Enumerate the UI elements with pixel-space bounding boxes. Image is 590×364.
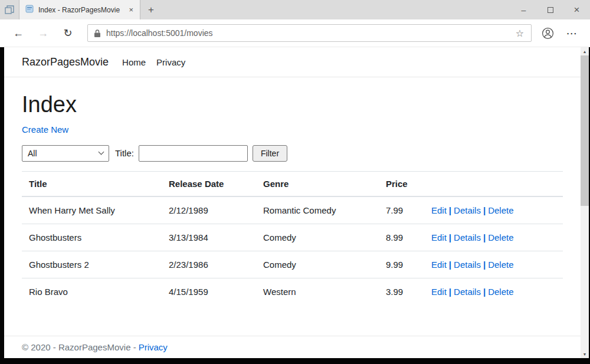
header-actions (424, 171, 563, 196)
edit-link[interactable]: Edit (431, 232, 447, 242)
table-header-row: Title Release Date Genre Price (22, 171, 563, 196)
refresh-icon[interactable]: ↻ (59, 27, 77, 40)
details-link[interactable]: Details (454, 287, 481, 297)
browser-window: Index - RazorPagesMovie × + – × ← → ↻ ht… (0, 0, 590, 364)
scroll-down-icon[interactable]: ▼ (581, 350, 589, 358)
site-navbar: RazorPagesMovie Home Privacy (4, 47, 581, 77)
main-content: Index Create New All Title: Filter Title (4, 77, 581, 336)
tabbar-spacer (162, 0, 510, 19)
browser-address-bar: ← → ↻ https://localhost:5001/movies ☆ ⋯ (0, 19, 590, 47)
filter-row: All Title: Filter (22, 145, 563, 162)
details-link[interactable]: Details (454, 205, 481, 215)
page-title: Index (22, 93, 563, 117)
details-link[interactable]: Details (454, 232, 481, 242)
movie-date-cell: 2/23/1986 (162, 251, 256, 278)
movie-genre-cell: Comedy (256, 251, 379, 278)
more-menu-icon[interactable]: ⋯ (564, 27, 581, 40)
favorite-star-icon[interactable]: ☆ (514, 28, 525, 39)
genre-filter-select[interactable]: All (22, 145, 109, 162)
table-row: When Harry Met Sally 2/12/1989 Romantic … (22, 196, 563, 224)
movie-price-cell: 7.99 (379, 196, 424, 224)
action-separator: | (483, 232, 486, 242)
title-filter-label: Title: (115, 148, 134, 158)
movie-title-cell: When Harry Met Sally (22, 196, 162, 224)
create-new-link[interactable]: Create New (22, 124, 68, 135)
web-page: RazorPagesMovie Home Privacy Index Creat… (4, 47, 581, 358)
back-icon[interactable]: ← (9, 27, 27, 40)
movie-actions-cell: Edit|Details|Delete (424, 196, 563, 224)
movie-title-cell: Ghostbusters 2 (22, 251, 162, 278)
genre-selected-value: All (28, 149, 37, 158)
site-footer: © 2020 - RazorPagesMovie -Privacy (4, 336, 581, 358)
profile-icon[interactable] (541, 27, 555, 40)
action-separator: | (449, 205, 451, 215)
tab-favicon-icon (25, 5, 34, 15)
movie-actions-cell: Edit|Details|Delete (424, 224, 563, 251)
header-title: Title (22, 171, 162, 196)
brand-link[interactable]: RazorPagesMovie (22, 56, 109, 68)
set-aside-tabs-icon[interactable] (0, 0, 19, 19)
delete-link[interactable]: Delete (488, 287, 513, 297)
delete-link[interactable]: Delete (488, 232, 513, 242)
movie-price-cell: 3.99 (379, 278, 424, 305)
movie-genre-cell: Comedy (256, 224, 379, 251)
copyright-text: © 2020 - RazorPagesMovie - (22, 342, 136, 352)
movie-actions-cell: Edit|Details|Delete (424, 278, 563, 305)
action-separator: | (483, 260, 486, 270)
url-bar[interactable]: https://localhost:5001/movies ☆ (87, 24, 532, 42)
browser-tab[interactable]: Index - RazorPagesMovie × (19, 0, 140, 19)
delete-link[interactable]: Delete (488, 205, 513, 215)
table-row: Rio Bravo 4/15/1959 Western 3.99 Edit|De… (22, 278, 563, 305)
tab-title: Index - RazorPagesMovie (38, 6, 121, 14)
tab-close-icon[interactable]: × (126, 5, 136, 15)
nav-link-privacy[interactable]: Privacy (151, 57, 191, 67)
vertical-scrollbar[interactable]: ▲ ▼ (581, 47, 589, 358)
movie-genre-cell: Western (256, 278, 379, 305)
movie-price-cell: 8.99 (379, 224, 424, 251)
forward-icon: → (34, 27, 52, 40)
movie-date-cell: 2/12/1989 (162, 196, 256, 224)
close-window-button[interactable]: × (563, 0, 590, 19)
action-separator: | (449, 260, 451, 270)
header-release-date: Release Date (162, 171, 256, 196)
new-tab-button[interactable]: + (140, 0, 162, 19)
details-link[interactable]: Details (454, 260, 481, 270)
header-price: Price (379, 171, 424, 196)
movie-date-cell: 3/13/1984 (162, 224, 256, 251)
header-genre: Genre (256, 171, 379, 196)
scroll-up-icon[interactable]: ▲ (581, 47, 589, 55)
edit-link[interactable]: Edit (431, 205, 447, 215)
nav-link-home[interactable]: Home (117, 57, 151, 67)
browser-tab-bar: Index - RazorPagesMovie × + – × (0, 0, 590, 19)
maximize-button[interactable] (537, 0, 563, 19)
movie-date-cell: 4/15/1959 (162, 278, 256, 305)
table-row: Ghostbusters 2 2/23/1986 Comedy 9.99 Edi… (22, 251, 563, 278)
movie-title-cell: Rio Bravo (22, 278, 162, 305)
browser-viewport: RazorPagesMovie Home Privacy Index Creat… (0, 47, 590, 358)
url-text[interactable]: https://localhost:5001/movies (106, 28, 514, 38)
action-separator: | (449, 287, 451, 297)
minimize-button[interactable]: – (510, 0, 537, 19)
table-row: Ghostbusters 3/13/1984 Comedy 8.99 Edit|… (22, 224, 563, 251)
action-separator: | (483, 287, 486, 297)
edit-link[interactable]: Edit (431, 287, 447, 297)
chevron-down-icon (99, 149, 104, 155)
window-edge-left (0, 47, 4, 358)
lock-icon (94, 29, 101, 38)
title-filter-input[interactable] (139, 145, 248, 162)
movie-title-cell: Ghostbusters (22, 224, 162, 251)
edit-link[interactable]: Edit (431, 260, 447, 270)
maximize-icon (548, 7, 553, 13)
movie-actions-cell: Edit|Details|Delete (424, 251, 563, 278)
delete-link[interactable]: Delete (488, 260, 513, 270)
filter-button[interactable]: Filter (253, 145, 287, 162)
action-separator: | (483, 205, 486, 215)
window-edge-bottom (0, 358, 590, 364)
action-separator: | (449, 232, 451, 242)
movies-table: Title Release Date Genre Price When Harr… (22, 171, 563, 305)
movie-price-cell: 9.99 (379, 251, 424, 278)
movie-genre-cell: Romantic Comedy (256, 196, 379, 224)
scrollbar-thumb[interactable] (581, 55, 589, 206)
footer-privacy-link[interactable]: Privacy (139, 342, 168, 352)
